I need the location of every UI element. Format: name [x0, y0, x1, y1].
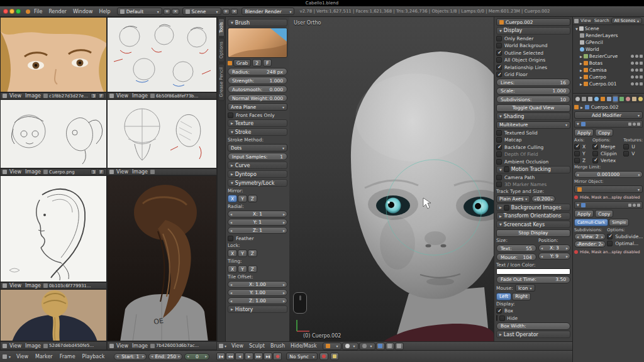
- edit-mode-toggle[interactable]: [637, 123, 640, 126]
- image-filename[interactable]: 7b426003d6b7ac...: [156, 343, 214, 348]
- mode-dropdown[interactable]: [323, 343, 341, 350]
- render-layers-tab[interactable]: [581, 96, 587, 102]
- play-reverse-button[interactable]: ◀: [235, 353, 244, 360]
- render-opengl-button[interactable]: [395, 343, 404, 350]
- image-menu[interactable]: Image: [24, 93, 42, 99]
- text-size-slider[interactable]: Text:55: [496, 244, 536, 252]
- image-editor-canvas-head-construction[interactable]: [107, 99, 217, 168]
- feather-checkbox[interactable]: Feather: [228, 235, 287, 241]
- increment-arrow-icon[interactable]: [638, 173, 640, 177]
- all-object-origins-checkbox[interactable]: All Object Origins: [496, 57, 570, 63]
- merge-checkbox[interactable]: Merge: [592, 143, 622, 150]
- grid-scale-slider[interactable]: Scale:1.000: [496, 87, 570, 95]
- axis-y-checkbox[interactable]: Y: [574, 150, 591, 156]
- editor-type-icon[interactable]: [3, 94, 7, 98]
- fade-out-time-slider[interactable]: Fade Out Time:3.50: [496, 276, 570, 283]
- view-menu[interactable]: View: [8, 343, 23, 349]
- visibility-toggle[interactable]: [631, 62, 634, 65]
- add-scene-button[interactable]: +: [223, 9, 230, 14]
- lock-x-toggle[interactable]: X: [228, 250, 237, 257]
- editor-type-icon[interactable]: [3, 354, 7, 359]
- lock-y-toggle[interactable]: Y: [238, 250, 247, 257]
- tiling-y-toggle[interactable]: Y: [238, 265, 247, 273]
- mouse-size-slider[interactable]: Mouse:104: [496, 253, 536, 261]
- increment-arrow-icon[interactable]: [601, 235, 603, 239]
- tab-grease-pencil[interactable]: Grease Pencil: [218, 63, 225, 101]
- image-editor-canvas-ponytail-photo[interactable]: OE: [107, 175, 217, 341]
- increment-arrow-icon[interactable]: [142, 354, 144, 358]
- screen-layout-selector[interactable]: Default: [117, 8, 162, 15]
- outliner-row-scene[interactable]: Scene: [573, 25, 644, 32]
- axis-x-checkbox[interactable]: X: [574, 143, 591, 150]
- delete-layout-button[interactable]: ×: [172, 9, 179, 14]
- image-filename[interactable]: 0b103c6f779931...: [49, 283, 104, 288]
- selectability-toggle[interactable]: [635, 69, 638, 72]
- blender-logo-icon[interactable]: [26, 9, 30, 14]
- selectability-toggle[interactable]: [635, 62, 638, 65]
- add-layout-button[interactable]: +: [164, 9, 170, 14]
- sync-mode-dropdown[interactable]: No Sync: [286, 353, 318, 360]
- render-toggle[interactable]: [640, 55, 643, 58]
- axis-z-checkbox[interactable]: Z: [574, 157, 591, 163]
- object-tab[interactable]: [600, 96, 606, 102]
- image-editor-canvas-cartoon-faces[interactable]: [0, 99, 107, 168]
- visibility-toggle[interactable]: [631, 82, 634, 85]
- hide-mask-menu[interactable]: Hide/Mask: [288, 343, 319, 349]
- outliner-row-beziercurve[interactable]: BezierCurve: [573, 53, 644, 60]
- tile-offset-y-field[interactable]: Y: 1.00: [228, 289, 287, 296]
- play-button[interactable]: ▶: [245, 353, 253, 360]
- view-subdivisions-field[interactable]: View: 2: [574, 233, 606, 240]
- outliner-row-camisa[interactable]: Camisa: [573, 67, 644, 74]
- render-subdivisions-field[interactable]: Render: 2: [574, 241, 606, 248]
- brush-selector[interactable]: Grab: [233, 59, 251, 67]
- jump-to-end-button[interactable]: ▶▮: [264, 353, 272, 360]
- dyntopo-panel-header[interactable]: Dyntopo: [228, 170, 287, 178]
- optimal-display-checkbox[interactable]: Optimal...: [607, 240, 643, 246]
- outliner-row-gpencil[interactable]: GPencil: [573, 39, 644, 46]
- shading-mode-dropdown[interactable]: Multitexture: [496, 121, 570, 129]
- display-panel-header[interactable]: Display: [496, 27, 570, 35]
- tiling-x-toggle[interactable]: X: [228, 265, 237, 273]
- only-render-checkbox[interactable]: Only Render: [496, 35, 570, 41]
- clipping-checkbox[interactable]: Clippin: [592, 150, 622, 156]
- tile-offset-z-field[interactable]: Z: 1.00: [228, 297, 287, 304]
- scene-selector[interactable]: Scene: [182, 8, 221, 15]
- expand-icon[interactable]: [580, 55, 582, 58]
- timeline-playback-menu[interactable]: Playback: [80, 354, 108, 359]
- material-tab[interactable]: [625, 96, 631, 102]
- image-menu[interactable]: Image: [24, 343, 42, 349]
- users-count-button[interactable]: 3: [91, 169, 97, 175]
- snap-toggle[interactable]: [386, 343, 394, 350]
- image-filename[interactable]: 6b50f86a8fef73b...: [156, 94, 214, 99]
- radial-x-field[interactable]: X: 1: [228, 211, 287, 217]
- zoom-button[interactable]: [16, 9, 21, 14]
- copy-button[interactable]: Copy: [595, 129, 613, 136]
- edit-mode-toggle[interactable]: [637, 204, 640, 207]
- image-menu[interactable]: Image: [131, 93, 149, 99]
- render-engine-selector[interactable]: Blender Render: [242, 8, 294, 15]
- editor-type-icon[interactable]: [109, 170, 114, 174]
- render-toggle[interactable]: [640, 62, 643, 65]
- increment-arrow-icon[interactable]: [283, 212, 285, 216]
- backface-culling-checkbox[interactable]: Backface Culling: [496, 144, 570, 150]
- expand-icon[interactable]: [580, 75, 582, 79]
- viewport-3d[interactable]: User Ortho (0) Cuerpo.002: [289, 17, 494, 341]
- view-menu[interactable]: View: [8, 93, 23, 99]
- track-display-type-dropdown[interactable]: Plain Axes: [496, 195, 530, 203]
- view-menu[interactable]: View: [8, 169, 23, 175]
- image-filename[interactable]: c1f8b27d3d27e03...: [49, 94, 89, 99]
- box-width-slider[interactable]: Box Width:: [496, 322, 570, 330]
- background-images-panel-header[interactable]: Background Images: [496, 204, 570, 211]
- breadcrumb-object-name[interactable]: Cuerpo.002: [591, 104, 619, 110]
- mouse-left-toggle[interactable]: Left: [496, 293, 511, 300]
- expand-icon[interactable]: [580, 82, 582, 86]
- increment-arrow-icon[interactable]: [283, 299, 285, 303]
- visibility-toggle[interactable]: [631, 69, 634, 72]
- menu-help[interactable]: Help: [96, 9, 113, 14]
- background-images-enable-checkbox[interactable]: [504, 205, 509, 211]
- view-menu[interactable]: View: [115, 93, 130, 99]
- outliner-row-renderlayers[interactable]: RenderLayers: [573, 32, 644, 39]
- scene-tab[interactable]: [587, 96, 593, 102]
- users-count-button[interactable]: 3: [91, 93, 97, 99]
- motion-tracking-enable-checkbox[interactable]: [504, 167, 509, 172]
